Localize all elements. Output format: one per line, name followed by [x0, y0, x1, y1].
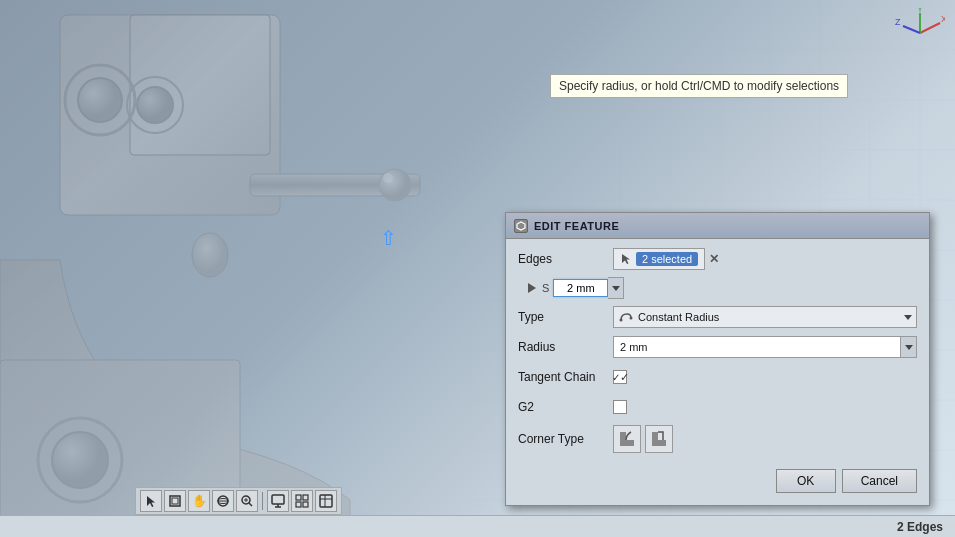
radius-row: Radius	[518, 335, 917, 359]
axes-indicator: X Y Z	[895, 8, 945, 58]
edges-clear-button[interactable]: ✕	[709, 252, 719, 266]
arrow-indicator: ⇧	[380, 226, 397, 250]
selected-badge: 2 selected	[636, 252, 698, 266]
svg-rect-63	[303, 502, 308, 507]
svg-rect-64	[320, 495, 332, 507]
svg-point-27	[379, 169, 411, 201]
svg-point-23	[78, 78, 122, 122]
g2-control	[613, 400, 917, 414]
svg-rect-21	[130, 15, 270, 155]
radius-dropdown-arrow	[905, 345, 913, 350]
size-row: S	[518, 277, 917, 299]
toolbar-frame-button[interactable]	[164, 490, 186, 512]
bottom-toolbar: ✋	[135, 487, 342, 515]
corner-type-control	[613, 425, 917, 453]
size-label: S	[542, 282, 549, 294]
type-value: Constant Radius	[638, 311, 900, 323]
toolbar-divider	[262, 492, 263, 510]
svg-rect-46	[652, 440, 666, 446]
edit-feature-dialog: EDIT FEATURE Edges 2 selected ✕	[505, 212, 930, 506]
svg-marker-40	[622, 254, 630, 264]
type-select[interactable]: Constant Radius	[613, 306, 917, 328]
svg-marker-47	[147, 496, 155, 507]
dialog-titlebar: EDIT FEATURE	[506, 213, 929, 239]
g2-label: G2	[518, 400, 613, 414]
svg-point-31	[52, 432, 108, 488]
corner-type-button-1[interactable]	[613, 425, 641, 453]
svg-text:Z: Z	[895, 17, 901, 27]
tangent-chain-row: Tangent Chain ✓	[518, 365, 917, 389]
svg-point-25	[137, 87, 173, 123]
size-input[interactable]	[553, 279, 608, 297]
edges-row: Edges 2 selected ✕	[518, 247, 917, 271]
edges-selector[interactable]: 2 selected	[613, 248, 705, 270]
dialog-title-text: EDIT FEATURE	[534, 220, 619, 232]
status-bar: 2 Edges	[0, 515, 955, 537]
svg-rect-60	[296, 495, 301, 500]
svg-rect-44	[620, 440, 634, 446]
svg-point-28	[383, 173, 393, 183]
svg-point-42	[630, 317, 633, 320]
ok-button[interactable]: OK	[776, 469, 836, 493]
svg-point-41	[620, 319, 623, 322]
svg-marker-39	[517, 222, 525, 230]
size-dropdown-arrow	[612, 286, 620, 291]
cancel-button[interactable]: Cancel	[842, 469, 917, 493]
size-dropdown-button[interactable]	[608, 277, 624, 299]
radius-input-container	[613, 336, 917, 358]
svg-rect-49	[172, 498, 178, 504]
svg-line-37	[903, 26, 920, 33]
svg-point-32	[192, 233, 228, 277]
type-dropdown-arrow	[904, 315, 912, 320]
tangent-chain-checkbox[interactable]: ✓	[613, 370, 627, 384]
viewport-tooltip: Specify radius, or hold Ctrl/CMD to modi…	[550, 74, 848, 98]
g2-row: G2	[518, 395, 917, 419]
toolbar-select-button[interactable]	[140, 490, 162, 512]
corner-type-label: Corner Type	[518, 432, 613, 446]
toolbar-zoom-button[interactable]	[236, 490, 258, 512]
svg-rect-61	[303, 495, 308, 500]
type-icon	[618, 309, 634, 325]
expand-icon	[528, 283, 536, 293]
type-control: Constant Radius	[613, 306, 917, 328]
edges-label: Edges	[518, 252, 613, 266]
corner-type-buttons	[613, 425, 673, 453]
tooltip-text: Specify radius, or hold Ctrl/CMD to modi…	[559, 79, 839, 93]
toolbar-pan-button[interactable]: ✋	[188, 490, 210, 512]
svg-rect-57	[272, 495, 284, 504]
dialog-body: Edges 2 selected ✕ S	[506, 239, 929, 505]
tangent-chain-label: Tangent Chain	[518, 370, 613, 384]
3d-viewport[interactable]: ⇧ X Y Z Specify radius, or hold Ctrl/CMD…	[0, 0, 955, 537]
radius-label: Radius	[518, 340, 613, 354]
svg-rect-62	[296, 502, 301, 507]
radius-control	[613, 336, 917, 358]
corner-type-row: Corner Type	[518, 425, 917, 453]
status-text: 2 Edges	[897, 520, 943, 534]
dialog-buttons: OK Cancel	[518, 463, 917, 493]
type-label: Type	[518, 310, 613, 324]
type-row: Type Constant Radius	[518, 305, 917, 329]
toolbar-grid-button[interactable]	[291, 490, 313, 512]
toolbar-view-button[interactable]	[315, 490, 337, 512]
cursor-icon	[620, 253, 632, 265]
toolbar-orbit-button[interactable]	[212, 490, 234, 512]
tangent-chain-control: ✓	[613, 370, 917, 384]
svg-text:X: X	[941, 14, 945, 24]
svg-line-33	[920, 23, 940, 33]
dialog-title-icon	[514, 219, 528, 233]
svg-line-54	[249, 503, 252, 506]
g2-checkbox[interactable]	[613, 400, 627, 414]
radius-dropdown-button[interactable]	[901, 336, 917, 358]
radius-input[interactable]	[613, 336, 901, 358]
corner-type-button-2[interactable]	[645, 425, 673, 453]
edges-control: 2 selected ✕	[613, 248, 917, 270]
toolbar-display-button[interactable]	[267, 490, 289, 512]
svg-text:Y: Y	[917, 8, 923, 14]
